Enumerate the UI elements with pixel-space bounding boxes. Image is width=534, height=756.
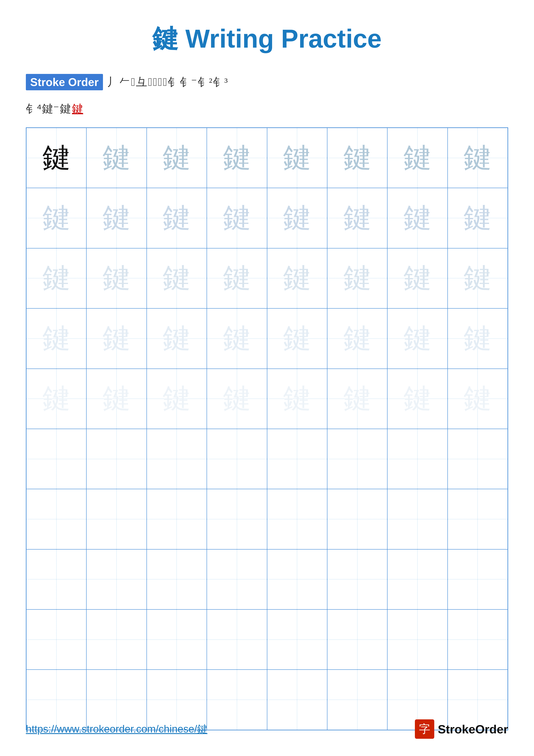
grid-cell-8-6[interactable] xyxy=(327,549,387,609)
grid-cell-4-5[interactable]: 鍵 xyxy=(267,309,327,368)
grid-cell-3-7[interactable]: 鍵 xyxy=(387,248,447,309)
grid-cell-3-8[interactable]: 鍵 xyxy=(447,248,508,309)
char-display: 鍵 xyxy=(283,259,311,297)
grid-cell-2-7[interactable]: 鍵 xyxy=(387,188,447,248)
grid-cell-7-8[interactable] xyxy=(447,489,508,549)
grid-cell-2-2[interactable]: 鍵 xyxy=(87,188,146,248)
char-display: 鍵 xyxy=(464,199,492,237)
char-display: 鍵 xyxy=(223,199,251,237)
grid-cell-6-3[interactable] xyxy=(147,429,207,489)
grid-cell-6-4[interactable] xyxy=(207,429,267,489)
grid-cell-5-6[interactable]: 鍵 xyxy=(327,369,387,429)
grid-cell-7-4[interactable] xyxy=(207,489,267,549)
grid-cell-3-4[interactable]: 鍵 xyxy=(207,248,267,309)
footer-url[interactable]: https://www.strokeorder.com/chinese/鍵 xyxy=(26,722,207,736)
grid-cell-2-3[interactable]: 鍵 xyxy=(147,188,207,248)
char-display: 鍵 xyxy=(163,139,191,177)
char-display: 鍵 xyxy=(163,199,191,237)
grid-cell-8-4[interactable] xyxy=(207,549,267,609)
grid-cell-1-7[interactable]: 鍵 xyxy=(387,128,447,188)
footer: https://www.strokeorder.com/chinese/鍵 字 … xyxy=(26,719,508,739)
grid-cell-1-5[interactable]: 鍵 xyxy=(267,128,327,188)
char-display: 鍵 xyxy=(42,380,70,418)
grid-cell-8-7[interactable] xyxy=(387,549,447,609)
grid-cell-7-3[interactable] xyxy=(147,489,207,549)
grid-cell-4-3[interactable]: 鍵 xyxy=(147,309,207,368)
char-display: 鍵 xyxy=(343,380,371,418)
grid-cell-5-4[interactable]: 鍵 xyxy=(207,369,267,429)
grid-cell-3-6[interactable]: 鍵 xyxy=(327,248,387,309)
grid-cell-4-8[interactable]: 鍵 xyxy=(447,309,508,368)
grid-cell-2-8[interactable]: 鍵 xyxy=(447,188,508,248)
grid-cell-4-2[interactable]: 鍵 xyxy=(87,309,146,368)
grid-cell-9-5[interactable] xyxy=(267,609,327,670)
grid-cell-9-3[interactable] xyxy=(147,609,207,670)
grid-cell-5-2[interactable]: 鍵 xyxy=(87,369,146,429)
stroke-order-label: Stroke Order xyxy=(26,74,103,90)
grid-cell-3-2[interactable]: 鍵 xyxy=(87,248,146,309)
char-display: 鍵 xyxy=(283,320,311,358)
stroke-13: 钅⁴ xyxy=(26,103,41,115)
char-display: 鍵 xyxy=(343,139,371,177)
grid-cell-2-6[interactable]: 鍵 xyxy=(327,188,387,248)
grid-cell-6-6[interactable] xyxy=(327,429,387,489)
char-display: 鍵 xyxy=(42,259,70,297)
stroke-4: 彑 xyxy=(136,76,147,88)
grid-cell-3-1[interactable]: 鍵 xyxy=(26,248,87,309)
grid-cell-7-5[interactable] xyxy=(267,489,327,549)
grid-cell-1-6[interactable]: 鍵 xyxy=(327,128,387,188)
grid-cell-8-8[interactable] xyxy=(447,549,508,609)
practice-grid: 鍵 鍵 鍵 鍵 鍵 鍵 鍵 鍵 鍵 鍵 鍵 鍵 鍵 鍵 鍵 鍵 xyxy=(26,127,508,730)
grid-cell-2-1[interactable]: 鍵 xyxy=(26,188,87,248)
grid-cell-9-4[interactable] xyxy=(207,609,267,670)
grid-cell-3-3[interactable]: 鍵 xyxy=(147,248,207,309)
char-display: 鍵 xyxy=(223,380,251,418)
grid-cell-4-6[interactable]: 鍵 xyxy=(327,309,387,368)
grid-cell-5-5[interactable]: 鍵 xyxy=(267,369,327,429)
stroke-order-section: Stroke Order 丿 𠂉 𠁼 彑 𠂃 𠂄 𠂅 𠂆 钅 钅⁻ 钅² 钅³ xyxy=(26,74,508,90)
grid-cell-5-8[interactable]: 鍵 xyxy=(447,369,508,429)
grid-cell-1-3[interactable]: 鍵 xyxy=(147,128,207,188)
char-display: 鍵 xyxy=(163,259,191,297)
char-display: 鍵 xyxy=(343,199,371,237)
grid-cell-8-5[interactable] xyxy=(267,549,327,609)
grid-cell-9-1[interactable] xyxy=(26,609,87,670)
grid-cell-1-2[interactable]: 鍵 xyxy=(87,128,146,188)
grid-cell-6-5[interactable] xyxy=(267,429,327,489)
grid-cell-1-4[interactable]: 鍵 xyxy=(207,128,267,188)
char-display: 鍵 xyxy=(283,199,311,237)
grid-cell-5-3[interactable]: 鍵 xyxy=(147,369,207,429)
grid-cell-6-8[interactable] xyxy=(447,429,508,489)
grid-cell-9-8[interactable] xyxy=(447,609,508,670)
grid-cell-7-1[interactable] xyxy=(26,489,87,549)
grid-cell-7-2[interactable] xyxy=(87,489,146,549)
grid-cell-2-5[interactable]: 鍵 xyxy=(267,188,327,248)
grid-cell-8-3[interactable] xyxy=(147,549,207,609)
logo-text: StrokeOrder xyxy=(438,722,508,736)
grid-cell-9-2[interactable] xyxy=(87,609,146,670)
grid-cell-5-1[interactable]: 鍵 xyxy=(26,369,87,429)
grid-cell-3-5[interactable]: 鍵 xyxy=(267,248,327,309)
grid-cell-7-7[interactable] xyxy=(387,489,447,549)
stroke-11: 钅² xyxy=(198,76,213,88)
grid-cell-4-7[interactable]: 鍵 xyxy=(387,309,447,368)
grid-cell-9-7[interactable] xyxy=(387,609,447,670)
grid-cell-7-6[interactable] xyxy=(327,489,387,549)
grid-cell-1-1[interactable]: 鍵 xyxy=(26,128,87,188)
grid-cell-4-1[interactable]: 鍵 xyxy=(26,309,87,368)
grid-cell-8-1[interactable] xyxy=(26,549,87,609)
grid-cell-8-2[interactable] xyxy=(87,549,146,609)
char-display: 鍵 xyxy=(403,380,431,418)
grid-cell-6-1[interactable] xyxy=(26,429,87,489)
stroke-2: 𠂉 xyxy=(119,76,130,88)
char-display: 鍵 xyxy=(403,320,431,358)
grid-cell-5-7[interactable]: 鍵 xyxy=(387,369,447,429)
grid-cell-1-8[interactable]: 鍵 xyxy=(447,128,508,188)
grid-cell-6-2[interactable] xyxy=(87,429,146,489)
char-display: 鍵 xyxy=(103,380,131,418)
grid-cell-9-6[interactable] xyxy=(327,609,387,670)
grid-cell-4-4[interactable]: 鍵 xyxy=(207,309,267,368)
char-display: 鍵 xyxy=(42,320,70,358)
grid-cell-2-4[interactable]: 鍵 xyxy=(207,188,267,248)
grid-cell-6-7[interactable] xyxy=(387,429,447,489)
